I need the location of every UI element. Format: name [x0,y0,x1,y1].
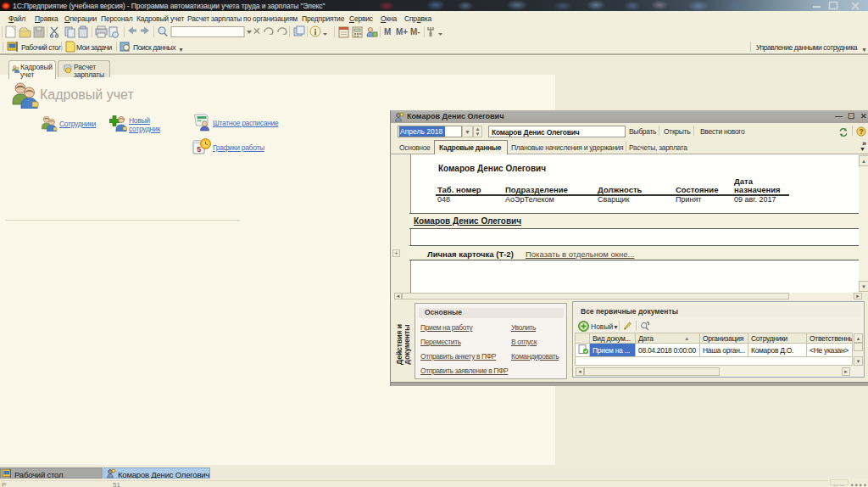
svg-text:M+: M+ [396,27,408,36]
svg-text:?: ? [859,127,863,136]
svg-text:M-: M- [410,27,420,36]
svg-text:M: M [384,27,391,36]
svg-text:5: 5 [197,145,201,154]
